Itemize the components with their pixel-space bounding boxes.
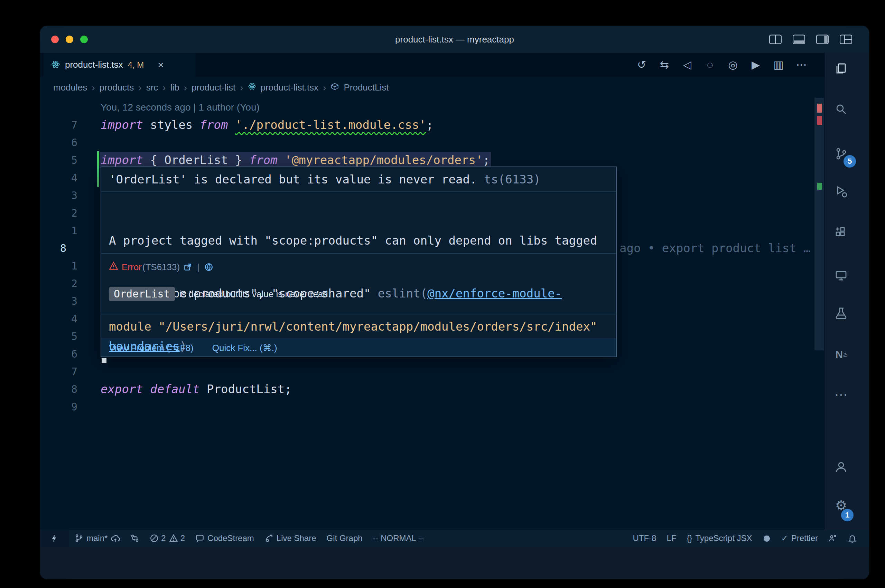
- line-number[interactable]: 4: [40, 169, 77, 186]
- remote-explorer-icon[interactable]: [834, 269, 848, 283]
- problems-status[interactable]: 2 2: [144, 530, 190, 547]
- test-beaker-icon[interactable]: [834, 306, 848, 320]
- encoding-status[interactable]: UTF-8: [627, 530, 661, 547]
- hover-diagnostics-popup: 'OrderList' is declared but its value is…: [101, 166, 617, 357]
- status-bar-right: UTF-8 LF {} TypeScript JSX ✓ Prettier: [627, 530, 869, 547]
- warning-triangle-icon: [109, 261, 118, 273]
- view-problem-link[interactable]: View Problem (⌥F8): [109, 343, 194, 353]
- module-path-section: module "/Users/juri/nrwl/content/myreact…: [101, 314, 616, 339]
- line-number[interactable]: 6: [40, 134, 77, 152]
- ts-diagnostic-summary: 'OrderList' is declared but its value is…: [101, 167, 616, 191]
- layout-grid-icon[interactable]: [839, 34, 852, 45]
- vim-mode-status[interactable]: -- NORMAL --: [368, 530, 429, 547]
- settings-badge: 1: [841, 509, 853, 521]
- line-number[interactable]: 2: [40, 204, 77, 222]
- window-title: product-list.tsx — myreactapp: [40, 26, 869, 53]
- line-number[interactable]: 3: [40, 292, 77, 310]
- warning-triangle-icon: [169, 534, 178, 543]
- error-code: (TS6133): [143, 262, 180, 273]
- check-icon: ✓: [781, 533, 788, 543]
- line-number[interactable]: 3: [40, 186, 77, 204]
- error-label: Error: [122, 262, 142, 273]
- window-bottom-filler: [40, 547, 869, 579]
- notifications-status[interactable]: [843, 530, 862, 547]
- minimize-window-button[interactable]: [66, 36, 73, 43]
- activity-bar: 5 N≥ ⋯ ⚙ 1: [825, 53, 869, 530]
- more-views-icon[interactable]: ⋯: [834, 388, 848, 402]
- braces-icon: {}: [687, 533, 692, 543]
- error-circle-icon: [150, 534, 159, 543]
- ts-error-code: ts(6133): [484, 171, 541, 188]
- branch-status[interactable]: main*: [69, 530, 125, 547]
- status-bar: main* 2 2 CodeStream Live Share Git Grap…: [40, 530, 869, 547]
- git-branch-icon: [74, 534, 83, 543]
- eslint-rule-message: A project tagged with "scope:products" c…: [101, 191, 616, 253]
- error-description: is declared but its value is never read.: [180, 289, 331, 300]
- globe-icon[interactable]: [204, 262, 213, 272]
- source-control-badge: 5: [843, 155, 856, 168]
- github-icon: [763, 534, 771, 542]
- titlebar: product-list.tsx — myreactapp: [40, 26, 869, 53]
- line-number[interactable]: 5: [40, 327, 77, 345]
- remote-indicator[interactable]: [40, 530, 69, 547]
- prettier-status[interactable]: ✓ Prettier: [776, 530, 823, 547]
- bell-icon: [847, 534, 857, 543]
- line-number[interactable]: 4: [40, 310, 77, 327]
- panel-layout-icon[interactable]: [792, 34, 805, 45]
- live-share-status[interactable]: Live Share: [259, 530, 322, 547]
- error-detail-section: Error (TS6133) | OrderList is declared b…: [101, 253, 616, 314]
- editor-region: product-list.tsx 4, M × ↺ ⇆ ◁ ◌ ◎ ▶ ▥ ⋯ …: [40, 53, 825, 530]
- debug-icon[interactable]: [834, 184, 848, 198]
- git-compare-status[interactable]: [125, 530, 144, 547]
- line-number[interactable]: 7: [40, 363, 77, 380]
- sidebar-right-layout-icon[interactable]: [816, 34, 829, 45]
- eslint-rule-link[interactable]: @nx/enforce-module-: [427, 286, 562, 300]
- zoom-window-button[interactable]: [80, 36, 88, 43]
- popup-resize-handle[interactable]: [102, 358, 107, 363]
- identifier-badge: OrderList: [109, 287, 175, 301]
- codestream-status[interactable]: CodeStream: [190, 530, 259, 547]
- explorer-copy-icon[interactable]: [834, 62, 848, 76]
- extensions-icon[interactable]: [834, 226, 848, 239]
- language-status[interactable]: {} TypeScript JSX: [681, 530, 757, 547]
- line-number[interactable]: 1: [40, 222, 77, 239]
- account-icon[interactable]: [834, 460, 848, 474]
- close-window-button[interactable]: [51, 36, 59, 43]
- eol-status[interactable]: LF: [661, 530, 681, 547]
- cloud-upload-icon: [111, 534, 120, 543]
- search-icon[interactable]: [834, 102, 848, 116]
- external-link-icon[interactable]: [183, 262, 192, 272]
- vscode-window: product-list.tsx — myreactapp product-li…: [40, 26, 869, 579]
- quick-fix-link[interactable]: Quick Fix... (⌘.): [212, 343, 277, 353]
- overview-error-mark: [817, 116, 822, 125]
- code-line-import-styles[interactable]: import styles from './product-list.modul…: [40, 116, 808, 134]
- line-number[interactable]: 2: [40, 274, 77, 292]
- line-number[interactable]: 9: [40, 398, 77, 416]
- feedback-status[interactable]: [823, 530, 843, 547]
- nx-console-icon[interactable]: N≥: [834, 348, 848, 362]
- scrollbar-slider[interactable]: [814, 98, 824, 350]
- blame-lens-row[interactable]: You, 12 seconds ago | 1 author (You): [40, 99, 808, 116]
- comment-bubble-icon: [195, 534, 204, 543]
- line-number[interactable]: 6: [40, 345, 77, 363]
- overview-error-mark: [817, 104, 822, 112]
- line-number[interactable]: 1: [40, 257, 77, 274]
- github-status[interactable]: [757, 530, 776, 547]
- overview-git-mark: [817, 183, 822, 190]
- share-icon: [264, 534, 273, 543]
- gitlens-inline-blame: ago • export product list …: [619, 239, 811, 257]
- git-compare-icon: [130, 534, 139, 543]
- split-editor-layout-icon[interactable]: [769, 34, 782, 45]
- gitlens-annotation[interactable]: You, 12 seconds ago | 1 author (You): [101, 99, 260, 116]
- git-graph-status[interactable]: Git Graph: [322, 530, 368, 547]
- feedback-person-icon: [828, 534, 837, 543]
